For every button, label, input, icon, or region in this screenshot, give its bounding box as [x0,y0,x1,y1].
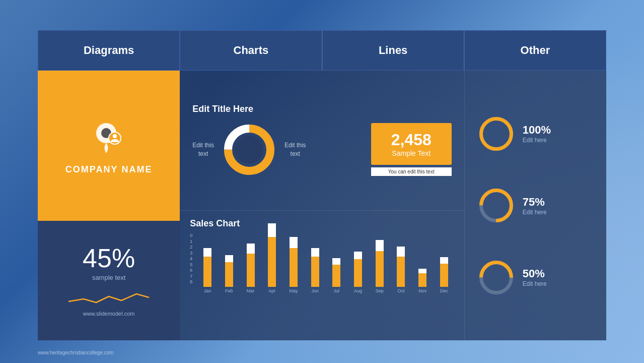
chart-title: Edit Title Here [192,104,452,114]
bar-label: Jun [311,288,319,293]
gauge-100 [477,115,515,153]
stat-number: 2,458 [381,131,442,149]
gauge-edit-50: Edit here [523,280,547,287]
gauge-edit-100: Edit here [523,137,551,144]
bar-bottom [225,262,233,287]
gauge-percent-75: 75% [523,196,547,209]
bar-bottom [397,257,405,287]
bar [268,223,276,287]
diagrams-header-label: Diagrams [84,44,134,57]
bar-top [290,237,298,248]
other-header-label: Other [521,44,550,57]
lines-header-label: Lines [379,44,407,57]
edit-text-right: Edit this text [284,141,306,158]
bar-group: Dec [434,257,454,293]
diagrams-top: COMPANY NAME [38,71,180,221]
bar-label: Oct [397,288,404,293]
footer: www.heritagechristiancollege.com [38,350,114,355]
gauge-text-50: 50% Edit here [523,267,547,287]
col-other: 100% Edit here 75% Edit here [464,71,606,340]
bar-bottom [203,257,211,287]
bar-group: Mar [241,244,261,293]
donut-chart [222,122,277,177]
bar-bottom [418,273,426,287]
bar-group: Jun [305,248,325,293]
header-lines: Lines [322,30,464,71]
bar [440,257,448,287]
gauge-item-50: 50% Edit here [472,259,599,296]
bar-bottom [354,259,362,287]
bar-group: Feb [219,255,239,293]
bar [354,252,362,287]
bar-label: Nov [418,288,426,293]
bar-group: Aug [348,252,368,293]
bar-top [247,244,255,254]
stat-label: Sample Text [381,149,442,157]
bar [397,247,405,287]
bar-group: Apr [262,223,282,294]
footer-website: www.heritagechristiancollege.com [38,350,114,355]
main-container: Diagrams Charts Lines Other [38,30,606,340]
bar-top [268,223,276,237]
bar [418,269,426,287]
bar [332,258,340,287]
svg-point-9 [481,118,511,149]
bar-label: Mar [247,288,255,293]
company-icon [89,117,129,159]
bar-label: Sep [376,288,384,293]
bar-bottom [376,251,384,287]
company-name-suffix: NAME [118,164,152,174]
company-name: COMPANY NAME [65,164,153,175]
bar-top [440,257,448,264]
bar-top [311,248,319,257]
diagrams-bottom: 45% sample text www.slidemodel.com [38,221,180,340]
gauge-edit-75: Edit here [523,209,547,216]
header-other: Other [464,30,606,71]
bar-top [397,247,405,257]
bar-top [225,255,233,262]
bar-bottom [247,254,255,287]
svg-point-7 [235,136,263,164]
gauge-text-100: 100% Edit here [523,124,551,144]
svg-point-3 [113,134,117,138]
bar-bottom [268,237,276,287]
bar-label: Dec [440,288,448,293]
bar [247,244,255,287]
gauge-item-75: 75% Edit here [472,187,599,224]
bar-top [418,269,426,273]
header-charts: Charts [180,30,322,71]
gauge-percent-50: 50% [523,267,547,280]
gauge-75 [477,187,515,224]
header-diagrams: Diagrams [38,30,180,71]
bar-label: May [289,288,298,293]
bar-bottom [290,248,298,287]
company-bold: COMPANY [65,164,118,174]
bar [290,237,298,287]
bar-label: Apr [268,288,275,293]
charts-header-label: Charts [234,44,269,57]
sales-title: Sales Chart [190,218,454,229]
bar-bottom [311,257,319,287]
bar-label: Jan [204,288,211,293]
stat-sub: You can edit this text [371,167,452,176]
gauge-percent-100: 100% [523,124,551,137]
stat-box: 2,458 Sample Text [371,123,452,165]
bar-top [376,240,384,251]
charts-bottom: Sales Chart 8 7 6 5 4 3 2 1 0 [180,211,464,340]
bar-label: Aug [354,288,362,293]
bar [376,240,384,287]
col-charts-lines: Edit Title Here Edit this text [180,71,464,340]
col-diagrams: COMPANY NAME 45% sample text www.slidemo… [38,71,180,340]
bar-label: Jul [334,288,340,293]
percent-value: 45% [83,245,135,271]
bar-group: Oct [391,247,411,293]
gauge-50 [477,259,515,296]
header-row: Diagrams Charts Lines Other [38,30,606,71]
y-axis: 8 7 6 5 4 3 2 1 0 [190,233,195,293]
bar-group: Jul [326,258,346,293]
bar-bottom [332,265,340,287]
bar [225,255,233,287]
sample-text: sample text [92,274,125,281]
bar [311,248,319,287]
content-row: COMPANY NAME 45% sample text www.slidemo… [38,71,606,340]
